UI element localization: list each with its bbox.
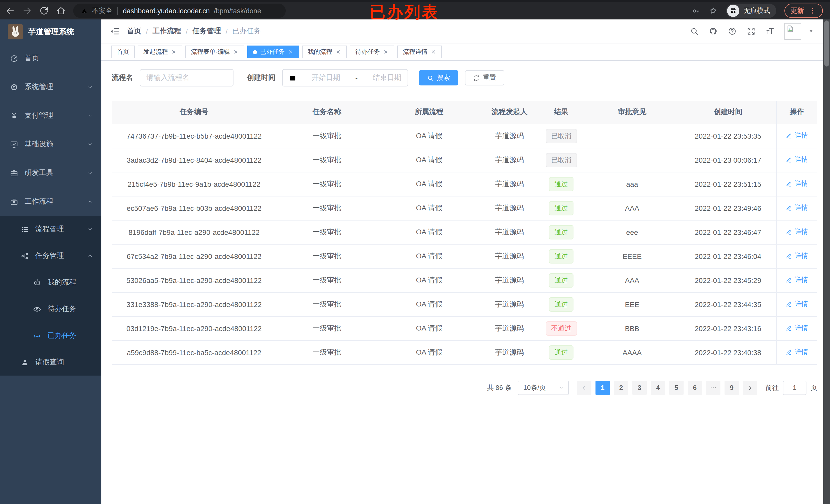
- action-cell: 详情: [776, 340, 817, 364]
- page-button[interactable]: 4: [651, 380, 665, 395]
- search-icon[interactable]: [690, 27, 699, 36]
- home-icon[interactable]: [56, 6, 66, 16]
- detail-label: 详情: [795, 348, 808, 357]
- user-avatar[interactable]: [785, 23, 801, 40]
- forward-icon[interactable]: [22, 6, 32, 16]
- address-bar[interactable]: 不安全 dashboard.yudao.iocoder.cn/bpm/task/…: [73, 4, 286, 18]
- filter-bar: 流程名 请输入流程名 创建时间 开始日期 - 结束日期 搜索: [111, 69, 817, 87]
- sidebar-item-system[interactable]: 系统管理: [0, 73, 101, 101]
- sidebar-item-home[interactable]: 首页: [0, 44, 101, 73]
- sidebar-item-workflow[interactable]: 工作流程: [0, 187, 101, 216]
- page-button[interactable]: 2: [614, 380, 628, 395]
- process-cell: OA 请假: [377, 316, 481, 340]
- monitor-icon: [10, 140, 19, 149]
- browser-menu-icon[interactable]: [808, 7, 817, 15]
- close-icon[interactable]: [233, 49, 238, 55]
- breadcrumb-item[interactable]: 首页: [127, 27, 141, 36]
- next-page-button[interactable]: [743, 380, 757, 395]
- sidebar-item-my-process[interactable]: 我的流程: [0, 269, 101, 296]
- tab-start-process[interactable]: 发起流程: [138, 45, 182, 58]
- sidebar-item-process-manage[interactable]: 流程管理: [0, 216, 101, 242]
- back-icon[interactable]: [5, 6, 15, 16]
- url-host[interactable]: dashboard.yudao.iocoder.cn: [123, 7, 210, 14]
- sidebar-item-label: 系统管理: [25, 82, 87, 92]
- column-header: 所属流程: [377, 101, 481, 124]
- edit-icon: [786, 157, 792, 163]
- page-size-select[interactable]: 10条/页: [518, 380, 569, 395]
- sidebar-item-task-manage[interactable]: 任务管理: [0, 242, 101, 269]
- date-range-input[interactable]: 开始日期 - 结束日期: [282, 69, 408, 87]
- page-button[interactable]: 1: [596, 380, 610, 395]
- tab-done-task[interactable]: 已办任务: [247, 45, 299, 58]
- reload-icon[interactable]: [39, 6, 49, 16]
- update-button[interactable]: 更新: [785, 4, 823, 18]
- page-button[interactable]: 5: [669, 380, 683, 395]
- sidebar-item-todo-task[interactable]: 待办任务: [0, 296, 101, 322]
- update-label: 更新: [791, 6, 804, 15]
- close-icon[interactable]: [383, 49, 389, 55]
- sidebar-item-leave-query[interactable]: 请假查询: [0, 349, 101, 376]
- detail-label: 详情: [795, 131, 808, 140]
- security-label[interactable]: 不安全: [92, 6, 112, 15]
- detail-button[interactable]: 详情: [786, 179, 808, 189]
- process-cell: OA 请假: [377, 340, 481, 364]
- detail-button[interactable]: 详情: [786, 348, 808, 357]
- column-header: 结果: [538, 101, 584, 124]
- sidebar-item-label: 任务管理: [35, 251, 87, 261]
- scrollbar-thumb[interactable]: [824, 21, 829, 67]
- github-icon[interactable]: [709, 27, 718, 36]
- close-icon[interactable]: [171, 49, 177, 55]
- fullscreen-icon[interactable]: [746, 27, 756, 36]
- help-icon[interactable]: [728, 27, 737, 36]
- detail-button[interactable]: 详情: [786, 131, 808, 140]
- tab-my-process[interactable]: 我的流程: [302, 45, 347, 58]
- sidebar-item-infrastructure[interactable]: 基础设施: [0, 130, 101, 159]
- not-secure-warning-icon[interactable]: [81, 7, 88, 14]
- app-logo[interactable]: 芋道管理系统: [0, 20, 101, 44]
- tab-process-detail[interactable]: 流程详情: [397, 45, 442, 58]
- detail-button[interactable]: 详情: [786, 275, 808, 285]
- process-name-placeholder: 请输入流程名: [147, 73, 189, 82]
- key-icon[interactable]: [692, 6, 700, 15]
- action-cell: 详情: [776, 196, 817, 220]
- table-row: 215cf4e5-7b9b-11ec-9a1b-acde48001122一级审批…: [111, 172, 817, 196]
- tab-todo-task[interactable]: 待办任务: [350, 45, 394, 58]
- close-icon[interactable]: [336, 49, 341, 55]
- page-button[interactable]: 9: [725, 380, 739, 395]
- close-icon[interactable]: [430, 49, 436, 55]
- detail-button[interactable]: 详情: [786, 251, 808, 261]
- collapse-sidebar-icon[interactable]: [109, 26, 120, 36]
- detail-button[interactable]: 详情: [786, 228, 808, 237]
- tab-form-edit[interactable]: 流程表单-编辑: [185, 45, 244, 58]
- breadcrumb-item[interactable]: 工作流程: [153, 27, 181, 36]
- detail-button[interactable]: 详情: [786, 324, 808, 333]
- bookmark-star-icon[interactable]: [709, 6, 718, 15]
- user-menu-caret-icon[interactable]: [808, 28, 814, 34]
- sidebar-item-dev-tools[interactable]: 研发工具: [0, 159, 101, 187]
- more-pages-button[interactable]: [706, 380, 721, 395]
- prev-page-button[interactable]: [577, 380, 592, 395]
- browser-scrollbar[interactable]: [823, 20, 830, 504]
- sidebar-item-payment[interactable]: 支付管理: [0, 101, 101, 130]
- url-path[interactable]: /bpm/task/done: [214, 7, 261, 14]
- reset-button[interactable]: 重置: [465, 70, 504, 86]
- close-icon[interactable]: [288, 49, 293, 55]
- breadcrumb-separator: /: [186, 27, 188, 35]
- page-button[interactable]: 6: [688, 380, 702, 395]
- detail-button[interactable]: 详情: [786, 203, 808, 212]
- search-button[interactable]: 搜索: [419, 70, 458, 86]
- process-name-input[interactable]: 请输入流程名: [140, 69, 233, 87]
- incognito-badge: 无痕模式: [726, 4, 776, 18]
- time-cell: 2022-01-22 23:43:16: [680, 316, 776, 340]
- page-button[interactable]: 3: [632, 380, 647, 395]
- breadcrumb-item[interactable]: 任务管理: [193, 27, 221, 36]
- starter-cell: 芋道源码: [481, 268, 538, 292]
- detail-button[interactable]: 详情: [786, 155, 808, 165]
- chevron-down-icon: [87, 141, 93, 147]
- sidebar-item-done-task[interactable]: 已办任务: [0, 322, 101, 349]
- tab-home[interactable]: 首页: [111, 45, 135, 58]
- font-size-icon[interactable]: [765, 27, 775, 36]
- detail-button[interactable]: 详情: [786, 300, 808, 309]
- page-jump-input[interactable]: 1: [783, 380, 806, 395]
- user-icon: [21, 358, 29, 367]
